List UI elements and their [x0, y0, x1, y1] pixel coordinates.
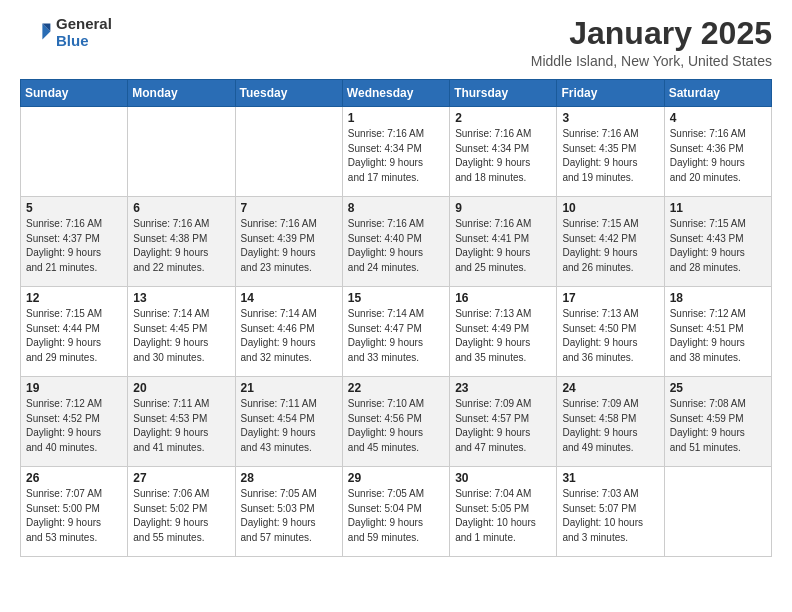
day-info: Sunrise: 7:10 AMSunset: 4:56 PMDaylight:…: [348, 397, 444, 455]
day-cell: 5Sunrise: 7:16 AMSunset: 4:37 PMDaylight…: [21, 197, 128, 287]
header-row: SundayMondayTuesdayWednesdayThursdayFrid…: [21, 80, 772, 107]
day-cell: 24Sunrise: 7:09 AMSunset: 4:58 PMDayligh…: [557, 377, 664, 467]
day-number: 7: [241, 201, 337, 215]
day-info: Sunrise: 7:04 AMSunset: 5:05 PMDaylight:…: [455, 487, 551, 545]
day-info: Sunrise: 7:09 AMSunset: 4:58 PMDaylight:…: [562, 397, 658, 455]
day-number: 9: [455, 201, 551, 215]
day-cell: [21, 107, 128, 197]
day-number: 5: [26, 201, 122, 215]
day-cell: 25Sunrise: 7:08 AMSunset: 4:59 PMDayligh…: [664, 377, 771, 467]
day-cell: 3Sunrise: 7:16 AMSunset: 4:35 PMDaylight…: [557, 107, 664, 197]
day-cell: 10Sunrise: 7:15 AMSunset: 4:42 PMDayligh…: [557, 197, 664, 287]
day-info: Sunrise: 7:16 AMSunset: 4:35 PMDaylight:…: [562, 127, 658, 185]
day-info: Sunrise: 7:03 AMSunset: 5:07 PMDaylight:…: [562, 487, 658, 545]
day-cell: 11Sunrise: 7:15 AMSunset: 4:43 PMDayligh…: [664, 197, 771, 287]
day-number: 25: [670, 381, 766, 395]
logo-blue-text: Blue: [56, 33, 112, 50]
day-cell: 12Sunrise: 7:15 AMSunset: 4:44 PMDayligh…: [21, 287, 128, 377]
day-info: Sunrise: 7:16 AMSunset: 4:34 PMDaylight:…: [348, 127, 444, 185]
day-info: Sunrise: 7:14 AMSunset: 4:45 PMDaylight:…: [133, 307, 229, 365]
day-cell: 14Sunrise: 7:14 AMSunset: 4:46 PMDayligh…: [235, 287, 342, 377]
day-number: 27: [133, 471, 229, 485]
day-number: 4: [670, 111, 766, 125]
day-cell: 20Sunrise: 7:11 AMSunset: 4:53 PMDayligh…: [128, 377, 235, 467]
day-number: 18: [670, 291, 766, 305]
week-row-5: 26Sunrise: 7:07 AMSunset: 5:00 PMDayligh…: [21, 467, 772, 557]
calendar-title: January 2025: [531, 16, 772, 51]
day-cell: 17Sunrise: 7:13 AMSunset: 4:50 PMDayligh…: [557, 287, 664, 377]
day-number: 10: [562, 201, 658, 215]
day-cell: 19Sunrise: 7:12 AMSunset: 4:52 PMDayligh…: [21, 377, 128, 467]
day-info: Sunrise: 7:14 AMSunset: 4:46 PMDaylight:…: [241, 307, 337, 365]
calendar-subtitle: Middle Island, New York, United States: [531, 53, 772, 69]
day-cell: 31Sunrise: 7:03 AMSunset: 5:07 PMDayligh…: [557, 467, 664, 557]
day-number: 11: [670, 201, 766, 215]
day-info: Sunrise: 7:13 AMSunset: 4:49 PMDaylight:…: [455, 307, 551, 365]
day-cell: 7Sunrise: 7:16 AMSunset: 4:39 PMDaylight…: [235, 197, 342, 287]
day-info: Sunrise: 7:15 AMSunset: 4:44 PMDaylight:…: [26, 307, 122, 365]
day-number: 16: [455, 291, 551, 305]
day-info: Sunrise: 7:16 AMSunset: 4:34 PMDaylight:…: [455, 127, 551, 185]
day-info: Sunrise: 7:15 AMSunset: 4:42 PMDaylight:…: [562, 217, 658, 275]
day-info: Sunrise: 7:06 AMSunset: 5:02 PMDaylight:…: [133, 487, 229, 545]
day-info: Sunrise: 7:16 AMSunset: 4:37 PMDaylight:…: [26, 217, 122, 275]
week-row-3: 12Sunrise: 7:15 AMSunset: 4:44 PMDayligh…: [21, 287, 772, 377]
day-cell: [235, 107, 342, 197]
week-row-1: 1Sunrise: 7:16 AMSunset: 4:34 PMDaylight…: [21, 107, 772, 197]
day-cell: 15Sunrise: 7:14 AMSunset: 4:47 PMDayligh…: [342, 287, 449, 377]
day-cell: 8Sunrise: 7:16 AMSunset: 4:40 PMDaylight…: [342, 197, 449, 287]
day-number: 8: [348, 201, 444, 215]
day-number: 12: [26, 291, 122, 305]
day-number: 3: [562, 111, 658, 125]
day-info: Sunrise: 7:14 AMSunset: 4:47 PMDaylight:…: [348, 307, 444, 365]
day-number: 20: [133, 381, 229, 395]
header: General Blue January 2025 Middle Island,…: [20, 16, 772, 69]
day-number: 30: [455, 471, 551, 485]
week-row-4: 19Sunrise: 7:12 AMSunset: 4:52 PMDayligh…: [21, 377, 772, 467]
calendar-table: SundayMondayTuesdayWednesdayThursdayFrid…: [20, 79, 772, 557]
day-info: Sunrise: 7:12 AMSunset: 4:52 PMDaylight:…: [26, 397, 122, 455]
day-cell: 29Sunrise: 7:05 AMSunset: 5:04 PMDayligh…: [342, 467, 449, 557]
day-cell: 4Sunrise: 7:16 AMSunset: 4:36 PMDaylight…: [664, 107, 771, 197]
day-info: Sunrise: 7:13 AMSunset: 4:50 PMDaylight:…: [562, 307, 658, 365]
col-header-friday: Friday: [557, 80, 664, 107]
day-cell: 28Sunrise: 7:05 AMSunset: 5:03 PMDayligh…: [235, 467, 342, 557]
day-number: 24: [562, 381, 658, 395]
day-cell: 6Sunrise: 7:16 AMSunset: 4:38 PMDaylight…: [128, 197, 235, 287]
day-info: Sunrise: 7:11 AMSunset: 4:53 PMDaylight:…: [133, 397, 229, 455]
day-number: 28: [241, 471, 337, 485]
day-info: Sunrise: 7:15 AMSunset: 4:43 PMDaylight:…: [670, 217, 766, 275]
day-info: Sunrise: 7:05 AMSunset: 5:04 PMDaylight:…: [348, 487, 444, 545]
title-block: January 2025 Middle Island, New York, Un…: [531, 16, 772, 69]
day-number: 29: [348, 471, 444, 485]
calendar-page: General Blue January 2025 Middle Island,…: [0, 0, 792, 612]
day-number: 2: [455, 111, 551, 125]
day-cell: 23Sunrise: 7:09 AMSunset: 4:57 PMDayligh…: [450, 377, 557, 467]
day-number: 13: [133, 291, 229, 305]
day-number: 17: [562, 291, 658, 305]
day-cell: 30Sunrise: 7:04 AMSunset: 5:05 PMDayligh…: [450, 467, 557, 557]
day-number: 21: [241, 381, 337, 395]
day-info: Sunrise: 7:11 AMSunset: 4:54 PMDaylight:…: [241, 397, 337, 455]
logo-text: General Blue: [56, 16, 112, 49]
day-info: Sunrise: 7:16 AMSunset: 4:38 PMDaylight:…: [133, 217, 229, 275]
day-info: Sunrise: 7:09 AMSunset: 4:57 PMDaylight:…: [455, 397, 551, 455]
day-cell: 9Sunrise: 7:16 AMSunset: 4:41 PMDaylight…: [450, 197, 557, 287]
day-cell: 26Sunrise: 7:07 AMSunset: 5:00 PMDayligh…: [21, 467, 128, 557]
day-info: Sunrise: 7:16 AMSunset: 4:36 PMDaylight:…: [670, 127, 766, 185]
day-cell: [128, 107, 235, 197]
col-header-monday: Monday: [128, 80, 235, 107]
day-cell: 13Sunrise: 7:14 AMSunset: 4:45 PMDayligh…: [128, 287, 235, 377]
day-number: 22: [348, 381, 444, 395]
logo-icon: [20, 17, 52, 49]
logo-general-text: General: [56, 16, 112, 33]
day-info: Sunrise: 7:16 AMSunset: 4:40 PMDaylight:…: [348, 217, 444, 275]
day-cell: 18Sunrise: 7:12 AMSunset: 4:51 PMDayligh…: [664, 287, 771, 377]
day-info: Sunrise: 7:16 AMSunset: 4:39 PMDaylight:…: [241, 217, 337, 275]
col-header-thursday: Thursday: [450, 80, 557, 107]
day-cell: 27Sunrise: 7:06 AMSunset: 5:02 PMDayligh…: [128, 467, 235, 557]
day-number: 15: [348, 291, 444, 305]
day-cell: 16Sunrise: 7:13 AMSunset: 4:49 PMDayligh…: [450, 287, 557, 377]
day-number: 1: [348, 111, 444, 125]
col-header-wednesday: Wednesday: [342, 80, 449, 107]
